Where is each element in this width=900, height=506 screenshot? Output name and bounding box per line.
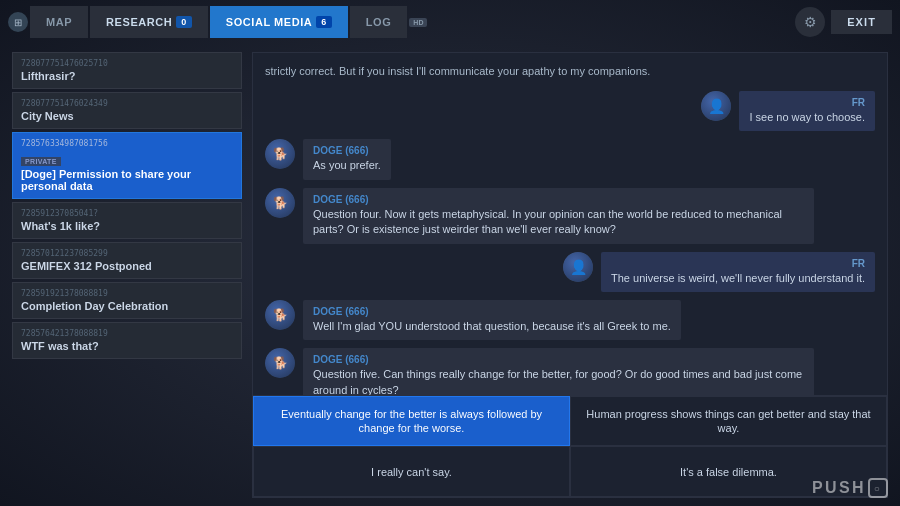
avatar-inner: 👤 (701, 91, 731, 121)
chat-text: Well I'm glad YOU understood that questi… (313, 319, 671, 334)
msg-title: Completion Day Celebration (21, 300, 233, 312)
social-media-label: SOCIAL MEDIA (226, 16, 312, 28)
settings-icon[interactable]: ⚙ (795, 7, 825, 37)
list-item-active[interactable]: 728576334987081756 PRIVATE [Doge] Permis… (12, 132, 242, 199)
research-badge: 0 (176, 16, 192, 28)
choice-button-2[interactable]: Human progress shows things can get bett… (570, 396, 887, 447)
msg-id: 728570121237085299 (21, 249, 233, 258)
chat-bubble: DOGE (666) Well I'm glad YOU understood … (303, 300, 681, 340)
research-label: RESEARCH (106, 16, 172, 28)
chat-message: FR The universe is weird, we'll never fu… (265, 252, 875, 292)
bubble-row: 🐕 DOGE (666) Question five. Can things r… (265, 348, 814, 394)
msg-title: Lifthrasir? (21, 70, 233, 82)
push-branding: PUSH ○ (812, 478, 888, 498)
msg-title: GEMIFEX 312 Postponed (21, 260, 233, 272)
bubble-row: FR I see no way to choose. 👤 (701, 91, 875, 131)
private-badge: PRIVATE (21, 157, 61, 166)
social-media-tab[interactable]: SOCIAL MEDIA 6 (210, 6, 348, 38)
doge-avatar: 🐕 (265, 188, 295, 218)
msg-id: 728591237085041? (21, 209, 233, 218)
msg-id: 728591921378088819 (21, 289, 233, 298)
doge-avatar: 🐕 (265, 139, 295, 169)
msg-title: WTF was that? (21, 340, 233, 352)
list-item[interactable]: 728570121237085299 GEMIFEX 312 Postponed (12, 242, 242, 279)
msg-id: 728576421378088819 (21, 329, 233, 338)
player-id: FR (749, 97, 865, 108)
avatar: 🐕 (265, 300, 295, 330)
push-text: PUSH (812, 479, 866, 497)
msg-title: What's 1k like? (21, 220, 233, 232)
player-id: FR (611, 258, 865, 269)
map-tab[interactable]: MAP (30, 6, 88, 38)
list-item[interactable]: 728077751476025710 Lifthrasir? (12, 52, 242, 89)
chat-text: As you prefer. (313, 158, 381, 173)
chat-intro-text: strictly correct. But if you insist I'll… (265, 63, 875, 83)
msg-title: [Doge] Permission to share your personal… (21, 168, 233, 192)
avatar: 👤 (701, 91, 731, 121)
chat-message: 🐕 DOGE (666) Question four. Now it gets … (265, 188, 875, 244)
main-content: 728077751476025710 Lifthrasir? 728077751… (0, 44, 900, 506)
avatar: 🐕 (265, 348, 295, 378)
msg-title: City News (21, 110, 233, 122)
msg-id: 728077751476024349 (21, 99, 233, 108)
chat-messages: strictly correct. But if you insist I'll… (253, 53, 887, 395)
chat-message: FR I see no way to choose. 👤 (265, 91, 875, 131)
chat-message: 🐕 DOGE (666) Well I'm glad YOU understoo… (265, 300, 875, 340)
chat-sender: DOGE (666) (313, 354, 804, 365)
chat-sender: DOGE (666) (313, 194, 804, 205)
chat-bubble: FR I see no way to choose. (739, 91, 875, 131)
research-tab[interactable]: RESEARCH 0 (90, 6, 208, 38)
doge-avatar: 🐕 (265, 348, 295, 378)
list-item[interactable]: 728576421378088819 WTF was that? (12, 322, 242, 359)
exit-button[interactable]: EXIT (831, 10, 892, 34)
bubble-row: 🐕 DOGE (666) Well I'm glad YOU understoo… (265, 300, 681, 340)
log-tab[interactable]: LOG (350, 6, 407, 38)
chat-text: I see no way to choose. (749, 110, 865, 125)
message-sidebar: 728077751476025710 Lifthrasir? 728077751… (12, 52, 242, 498)
chat-bubble: DOGE (666) Question five. Can things rea… (303, 348, 814, 394)
chat-message: 🐕 DOGE (666) Question five. Can things r… (265, 348, 875, 394)
avatar-inner: 👤 (563, 252, 593, 282)
chat-area: strictly correct. But if you insist I'll… (252, 52, 888, 498)
chat-sender: DOGE (666) (313, 306, 671, 317)
list-item[interactable]: 728591921378088819 Completion Day Celebr… (12, 282, 242, 319)
chat-bubble: DOGE (666) Question four. Now it gets me… (303, 188, 814, 244)
chat-choices: Eventually change for the better is alwa… (253, 395, 887, 497)
doge-avatar: 🐕 (265, 300, 295, 330)
msg-id: 728077751476025710 (21, 59, 233, 68)
chat-bubble: FR The universe is weird, we'll never fu… (601, 252, 875, 292)
push-icon: ○ (868, 478, 888, 498)
choice-button-3[interactable]: I really can't say. (253, 446, 570, 497)
list-item[interactable]: 728591237085041? What's 1k like? (12, 202, 242, 239)
bubble-row: FR The universe is weird, we'll never fu… (563, 252, 875, 292)
list-item[interactable]: 728077751476024349 City News (12, 92, 242, 129)
chat-sender: DOGE (666) (313, 145, 381, 156)
chat-text: Question five. Can things really change … (313, 367, 804, 394)
avatar: 👤 (563, 252, 593, 282)
chat-text: Question four. Now it gets metaphysical.… (313, 207, 804, 238)
chat-bubble: DOGE (666) As you prefer. (303, 139, 391, 179)
top-navigation: ⊞ MAP RESEARCH 0 SOCIAL MEDIA 6 LOG HD ⚙… (0, 0, 900, 44)
bubble-row: 🐕 DOGE (666) Question four. Now it gets … (265, 188, 814, 244)
hd-badge: HD (409, 18, 427, 27)
social-badge: 6 (316, 16, 332, 28)
avatar: 🐕 (265, 188, 295, 218)
chat-text: The universe is weird, we'll never fully… (611, 271, 865, 286)
left-icon: ⊞ (8, 12, 28, 32)
bubble-row: 🐕 DOGE (666) As you prefer. (265, 139, 391, 179)
msg-id: 728576334987081756 (21, 139, 233, 148)
avatar: 🐕 (265, 139, 295, 169)
chat-message: 🐕 DOGE (666) As you prefer. (265, 139, 875, 179)
choice-button-1[interactable]: Eventually change for the better is alwa… (253, 396, 570, 447)
